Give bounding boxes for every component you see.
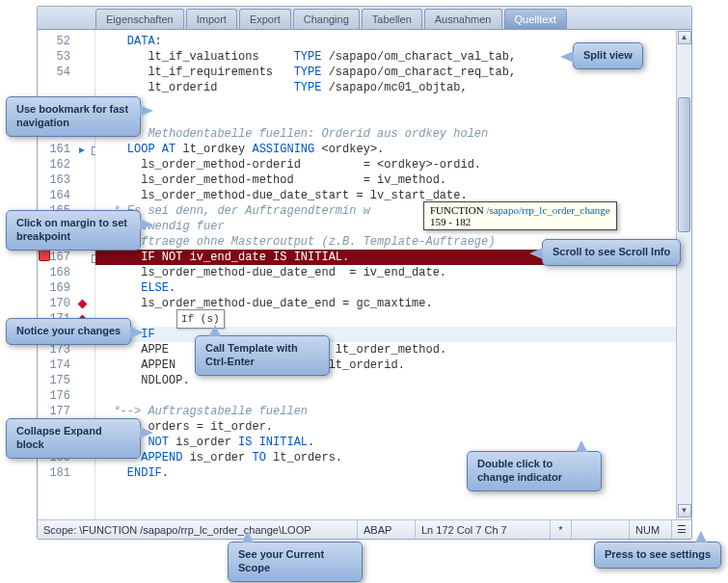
tab-quelltext[interactable]: Quelltext [504, 9, 567, 29]
line-number: 181 [40, 465, 70, 481]
scroll-thumb[interactable] [678, 97, 690, 232]
tab-export[interactable]: Export [239, 9, 291, 29]
status-scope[interactable]: Scope: \FUNCTION /sapapo/rrp_lc_order_ch… [38, 520, 358, 539]
scroll-down-button[interactable]: ▼ [678, 504, 691, 517]
line-number: 174 [40, 358, 70, 373]
callout-scope: See your Current Scope [228, 542, 363, 582]
line-number: 176 [40, 388, 70, 404]
code-text[interactable]: DATA: lt_if_valuations TYPE /sapapo/om_c… [95, 30, 676, 519]
tab-ausnahmen[interactable]: Ausnahmen [424, 9, 502, 29]
tab-bar: Eigenschaften Import Export Changing Tab… [38, 7, 691, 30]
line-number: 162 [40, 157, 70, 172]
callout-scroll-info: Scroll to see Scroll Info [542, 239, 681, 266]
change-marker-icon[interactable] [70, 296, 94, 311]
callout-breakpoint: Click on margin to set breakpoint [6, 210, 141, 251]
status-language[interactable]: ABAP [358, 520, 416, 539]
tab-tabellen[interactable]: Tabellen [362, 9, 422, 29]
status-modified-indicator[interactable]: * [551, 520, 572, 539]
line-number: 161 [40, 142, 70, 157]
tab-eigenschaften[interactable]: Eigenschaften [95, 9, 184, 29]
callout-indicator: Double click to change indicator [467, 451, 602, 491]
status-position[interactable]: Ln 172 Col 7 Ch 7 [416, 520, 551, 539]
callout-template: Call Template with Ctrl-Enter [195, 335, 330, 376]
callout-collapse: Collapse Expand block [6, 418, 141, 459]
callout-bookmark: Use bookmark for fast navigation [6, 96, 141, 137]
callout-settings: Press to see settings [594, 542, 721, 569]
vertical-scrollbar[interactable]: ▲ ▼ [676, 30, 691, 519]
line-number: 168 [40, 265, 70, 280]
line-number: 163 [40, 172, 70, 188]
scroll-up-button[interactable]: ▲ [678, 31, 691, 44]
line-number: 54 [40, 65, 70, 80]
breakpoint-icon[interactable] [38, 250, 51, 265]
settings-icon[interactable]: ☰ [672, 520, 691, 539]
tab-import[interactable]: Import [186, 9, 237, 29]
line-number: 177 [40, 404, 70, 419]
status-numlock: NUM [630, 520, 672, 539]
callout-split-view: Split view [573, 42, 643, 69]
status-bar: Scope: \FUNCTION /sapapo/rrp_lc_order_ch… [38, 519, 691, 539]
line-number: 52 [40, 34, 70, 49]
line-number: 169 [40, 280, 70, 296]
scroll-info-tooltip: FUNCTION /sapapo/rrp_lc_order_change 159… [423, 201, 617, 230]
line-number: 170 [40, 296, 70, 311]
line-number: 53 [40, 49, 70, 65]
callout-changes: Notice your changes [6, 318, 131, 345]
tab-changing[interactable]: Changing [293, 9, 360, 29]
line-number: 164 [40, 188, 70, 203]
line-number: 175 [40, 373, 70, 388]
